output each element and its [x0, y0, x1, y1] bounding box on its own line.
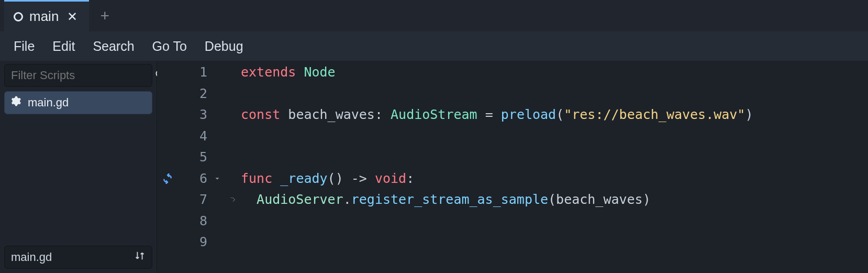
- code-line: 1 extends Node: [157, 62, 868, 83]
- menu-goto[interactable]: Go To: [152, 39, 187, 54]
- line-number: 7: [178, 189, 209, 211]
- line-number: 3: [178, 104, 209, 126]
- line-number: 2: [178, 83, 209, 105]
- close-tab-icon[interactable]: ✕: [65, 9, 80, 24]
- method-override-icon[interactable]: [157, 173, 178, 184]
- script-item-main[interactable]: main.gd: [4, 91, 152, 114]
- script-list: main.gd: [4, 91, 152, 243]
- code-line: 7 AudioServer.register_stream_as_sample(…: [157, 189, 868, 211]
- menu-bar: File Edit Search Go To Debug: [0, 31, 868, 61]
- line-number: 8: [178, 211, 209, 232]
- fold-icon[interactable]: [209, 175, 225, 182]
- line-number: 6: [178, 168, 209, 190]
- line-number: 4: [178, 126, 209, 147]
- tab-bar: main ✕ +: [0, 0, 868, 31]
- sidebar-bottom-bar: main.gd: [4, 246, 152, 269]
- tab-title: main: [29, 8, 59, 25]
- line-number: 9: [178, 232, 209, 253]
- indent-guide-icon: [225, 196, 241, 203]
- script-sidebar: main.gd main.gd: [0, 61, 157, 273]
- line-number: 5: [178, 147, 209, 168]
- editor-rows: 1 extends Node 2 3 const beach_waves: Au…: [157, 62, 868, 273]
- gear-icon: [10, 95, 21, 110]
- code-editor[interactable]: 1 extends Node 2 3 const beach_waves: Au…: [157, 61, 868, 273]
- menu-debug[interactable]: Debug: [205, 39, 243, 54]
- filter-scripts-box[interactable]: [4, 64, 152, 87]
- line-number: 1: [178, 62, 209, 83]
- code-line: 6 func _ready() -> void:: [157, 168, 868, 190]
- code-line: 2: [157, 83, 868, 105]
- code-line: 4: [157, 126, 868, 147]
- sort-icon[interactable]: [134, 250, 146, 265]
- code-line: 3 const beach_waves: AudioStream = prelo…: [157, 104, 868, 126]
- tab-main[interactable]: main ✕: [4, 0, 89, 31]
- menu-file[interactable]: File: [14, 39, 35, 54]
- code-line: 9: [157, 232, 868, 253]
- code-line: 5: [157, 147, 868, 168]
- add-tab-button[interactable]: +: [89, 0, 120, 31]
- menu-search[interactable]: Search: [93, 39, 134, 54]
- script-item-label: main.gd: [28, 96, 69, 110]
- code-line: 8: [157, 211, 868, 232]
- unsaved-indicator-icon: [14, 12, 23, 21]
- filter-scripts-input[interactable]: [11, 69, 155, 82]
- menu-edit[interactable]: Edit: [52, 39, 75, 54]
- bottom-script-label: main.gd: [11, 250, 52, 264]
